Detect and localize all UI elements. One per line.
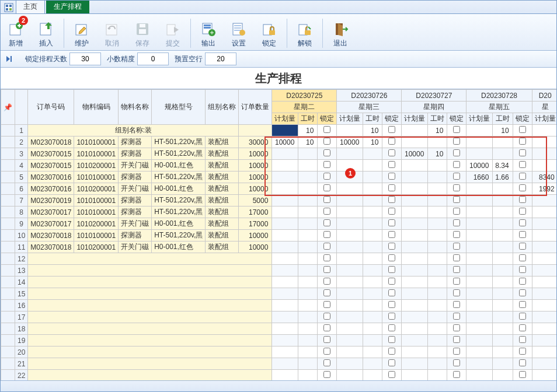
sub-lock[interactable]: 锁定 (447, 113, 467, 125)
cell-hours[interactable] (298, 265, 318, 276)
exit-button[interactable]: 退出 (326, 14, 354, 50)
lock-checkbox[interactable] (323, 324, 330, 331)
cell-hours[interactable] (493, 312, 513, 323)
cell-plan[interactable] (272, 370, 298, 382)
day-header[interactable]: D20230726 (337, 90, 402, 102)
cell-qty[interactable]: 10000 (239, 172, 272, 183)
cell-hours[interactable]: 10 (298, 136, 318, 148)
lock-checkbox[interactable] (519, 184, 526, 191)
cell-plan[interactable] (532, 300, 556, 312)
cell-hours[interactable]: 10 (298, 125, 318, 136)
lock-checkbox[interactable] (453, 208, 460, 215)
cell-hours[interactable] (493, 346, 513, 358)
lock-checkbox[interactable] (453, 371, 460, 378)
cell-lock[interactable] (447, 346, 467, 358)
cell-spec[interactable]: HT-501,220v,黑 (152, 206, 206, 218)
lock-checkbox[interactable] (519, 138, 526, 145)
cell-hours[interactable] (493, 218, 513, 230)
cell-qty[interactable]: 10000 (239, 230, 272, 242)
cell-lock[interactable] (382, 206, 402, 218)
cell-lock[interactable] (447, 195, 467, 206)
cell-plan[interactable] (337, 148, 363, 160)
cell-lock[interactable] (318, 230, 337, 242)
lock-checkbox[interactable] (519, 301, 526, 308)
cell-plan[interactable] (402, 312, 428, 323)
cell-hours[interactable] (428, 335, 447, 346)
cell-hours[interactable] (493, 358, 513, 370)
cell-lock[interactable] (513, 125, 532, 136)
cell-lock[interactable] (513, 335, 532, 346)
cell-hours[interactable] (428, 172, 447, 183)
lock-checkbox[interactable] (388, 231, 395, 238)
lock-checkbox[interactable] (453, 219, 460, 226)
lock-checkbox[interactable] (453, 313, 460, 320)
cell-hours[interactable] (298, 312, 318, 323)
cell-lock[interactable] (382, 370, 402, 382)
cell-plan[interactable] (402, 346, 428, 358)
cell-plan[interactable] (467, 183, 493, 195)
lock-checkbox[interactable] (519, 371, 526, 378)
cell-qty[interactable]: 17000 (239, 218, 272, 230)
cell-order[interactable]: M023070018 (28, 136, 74, 148)
export-button[interactable]: 输出 (194, 14, 222, 50)
cell-lock[interactable] (447, 253, 467, 265)
cell-hours[interactable] (493, 276, 513, 288)
cell-plan[interactable] (467, 230, 493, 242)
maint-button[interactable]: 维护 (68, 14, 96, 50)
submit-button[interactable]: 提交 (159, 14, 187, 50)
weekday-header[interactable]: 星期四 (402, 102, 467, 113)
cell-plan[interactable] (272, 346, 298, 358)
cell-hours[interactable] (298, 195, 318, 206)
cell-plan[interactable] (467, 335, 493, 346)
cell-plan[interactable] (402, 370, 428, 382)
lock-checkbox[interactable] (453, 278, 460, 285)
lock-checkbox[interactable] (388, 184, 395, 191)
lock-checkbox[interactable] (453, 173, 460, 180)
lock-checkbox[interactable] (453, 254, 460, 261)
lock-checkbox[interactable] (388, 138, 395, 145)
cell-hours[interactable]: 8.34 (493, 160, 513, 172)
lock-checkbox[interactable] (453, 184, 460, 191)
cell-hours[interactable] (493, 230, 513, 242)
cell-lock[interactable] (382, 288, 402, 300)
cell-hours[interactable]: 10 (428, 125, 447, 136)
cell-lock[interactable] (513, 346, 532, 358)
cell-hours[interactable] (493, 300, 513, 312)
cell-plan[interactable]: 10000 (272, 136, 298, 148)
cell-hours[interactable] (428, 288, 447, 300)
cell-hours[interactable] (363, 195, 382, 206)
cell-hours[interactable] (363, 230, 382, 242)
lock-checkbox[interactable] (453, 161, 460, 168)
cell-plan[interactable] (272, 288, 298, 300)
cell-hours[interactable] (493, 323, 513, 335)
cell-plan[interactable] (337, 265, 363, 276)
sub-lock[interactable]: 锁定 (513, 113, 532, 125)
cell-hours[interactable] (298, 148, 318, 160)
cell-lock[interactable] (318, 253, 337, 265)
lock-checkbox[interactable] (453, 138, 460, 145)
cell-lock[interactable] (447, 125, 467, 136)
cell-plan[interactable] (337, 300, 363, 312)
lock-checkbox[interactable] (519, 266, 526, 273)
cell-lock[interactable] (382, 335, 402, 346)
cell-hours[interactable] (298, 218, 318, 230)
cell-lock[interactable] (513, 288, 532, 300)
cell-plan[interactable] (337, 206, 363, 218)
precision-input[interactable] (137, 52, 169, 65)
cell-hours[interactable] (428, 242, 447, 253)
lock-checkbox[interactable] (323, 219, 330, 226)
cell-name[interactable]: 探测器 (119, 136, 152, 148)
cell-lock[interactable] (382, 276, 402, 288)
lock-checkbox[interactable] (323, 161, 330, 168)
cell-hours[interactable] (363, 183, 382, 195)
cell-order[interactable]: M023070015 (28, 160, 74, 172)
col-spec[interactable]: 规格型号 (152, 90, 206, 125)
cell-lock[interactable] (513, 230, 532, 242)
cell-plan[interactable] (532, 288, 556, 300)
cell-lock[interactable] (447, 160, 467, 172)
cell-name[interactable]: 探测器 (119, 230, 152, 242)
lock-checkbox[interactable] (453, 126, 460, 133)
lock-checkbox[interactable] (323, 371, 330, 378)
cell-lock[interactable] (447, 218, 467, 230)
cell-lock[interactable] (513, 206, 532, 218)
